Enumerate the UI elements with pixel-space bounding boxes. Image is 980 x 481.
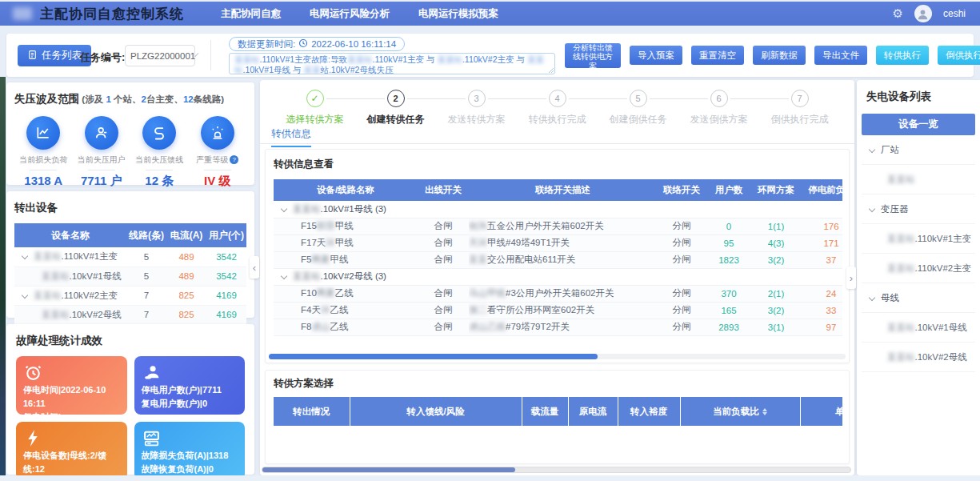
step-circle: 7	[791, 90, 809, 107]
table-row[interactable]: F17天河甲线合闸天河甲线#49塔49T1开关分闸954(3)171未执行F7天…	[274, 234, 842, 251]
task-no-select[interactable]: PLZG22000001	[125, 45, 195, 66]
group-cell: 某某站.10kV#2母线 (3)	[274, 268, 842, 285]
chevron-down-icon[interactable]	[869, 146, 875, 152]
tie-switch-desc-cell: 天河甲线#49塔49T1开关	[469, 234, 657, 251]
device-overview-header: 设备一览	[862, 114, 975, 135]
pre-outage-load-cell: 33	[801, 302, 842, 319]
table-row[interactable]: F15联营甲线合闸创兴五金公用户外开关箱602开关分闸01(1)176未执行F1…	[274, 218, 842, 234]
scrollbar-thumb[interactable]	[269, 354, 598, 359]
group-row[interactable]: 某某站.10kV#1母线 (3)	[274, 201, 842, 218]
user-avatar[interactable]	[914, 5, 932, 22]
redacted-text: 某某站	[42, 310, 70, 319]
page-horizontal-scrollbar[interactable]	[262, 467, 851, 473]
tree-group[interactable]: 厂站	[862, 135, 975, 165]
table-row[interactable]: 某某站.110kV#1主变54893542	[14, 247, 246, 267]
table-row[interactable]: F10网夏乙线合闸马山甲线#3公用户外开关箱602开关分闸3702(1)24未执…	[274, 285, 842, 302]
step-5[interactable]: 5创建倒供任务	[598, 90, 678, 126]
user-icon	[85, 116, 118, 150]
chevron-down-icon[interactable]	[281, 273, 287, 279]
info-col-header: 停电前负荷	[801, 179, 842, 201]
tree-item[interactable]: 某某站	[862, 165, 975, 194]
tree-item[interactable]: 某某站.110kV#2主变	[862, 254, 975, 283]
tree-item[interactable]: 某某站.10kV#2母线	[862, 343, 975, 372]
step-3[interactable]: 3发送转供方案	[436, 90, 517, 126]
fault-stats-card: 故障处理统计成效 停电时间|2022-06-10 16:11复电时间|停电用户数…	[6, 324, 254, 475]
plan-col-header: 载流量	[522, 397, 568, 426]
nav-item-1[interactable]: 主配协同自愈	[221, 7, 281, 21]
pre-outage-load-cell: 24	[801, 285, 842, 302]
text-segment: 12	[183, 94, 194, 104]
table-row[interactable]: 某某站.10kV#1母线54893542	[14, 267, 246, 286]
tree-group[interactable]: 母线	[862, 283, 975, 313]
fault-stats-title: 故障处理统计成效	[16, 335, 102, 347]
plan-col-header[interactable]: 单条线转后负载比	[800, 397, 842, 426]
toolbar-cyan-button-1[interactable]: 转供执行	[876, 46, 929, 65]
pre-outage-load-cell: 37	[801, 251, 842, 268]
toolbar-button-5[interactable]: 导出文件	[814, 46, 867, 65]
text-segment: F17天	[301, 238, 326, 247]
table-row[interactable]: 某某站.110kV#2主变78254169	[14, 286, 246, 305]
toolbar-button-2[interactable]: 导入预案	[630, 46, 682, 65]
tab-bar: 转供信息	[260, 126, 854, 144]
resize-handle-icon[interactable]	[548, 67, 554, 73]
tree-item[interactable]: 某某站.110kV#1主变	[862, 224, 975, 254]
step-2[interactable]: 2创建转供任务	[355, 90, 436, 126]
chevron-down-icon[interactable]	[869, 205, 875, 211]
redacted-text: 某某站	[293, 204, 321, 214]
current-cell: 489	[166, 247, 206, 267]
redacted-text: 河	[326, 238, 335, 247]
scrollbar-thumb[interactable]	[262, 467, 515, 472]
toolbar-button-3[interactable]: 重置清空	[691, 46, 744, 65]
tie-switch-cell: 分闸	[657, 302, 706, 319]
tree-item[interactable]: 某某站.10kV#1母线	[862, 313, 975, 343]
tab-transfer-info[interactable]: 转供信息	[271, 127, 311, 147]
step-6[interactable]: 6发送倒供方案	[678, 90, 759, 126]
toolbar-cyan-button-2[interactable]: 倒供执行	[938, 46, 980, 65]
help-icon[interactable]: ?	[230, 155, 238, 164]
redacted-text: 某某站	[887, 263, 915, 275]
pre-outage-load-cell: 176	[801, 218, 842, 234]
table-row[interactable]: F4天河乙线合闸第二看守所公用环网室602开关分闸1653(2)33未执行F8看…	[274, 302, 842, 319]
transfer-info-table: 设备/线路名称出线开关联络开关描述联络开关用户数环网方案停电前负荷执行状态转入馈…	[274, 179, 842, 336]
collapse-left-panel-handle[interactable]: ‹	[250, 256, 259, 279]
plan-col-header: 原电流	[568, 397, 618, 426]
device-tree: 厂站某某站变压器某某站.110kV#1主变某某站.110kV#2主变母线某某站.…	[862, 135, 975, 372]
plan-col-header: 转入馈线/风险	[350, 397, 522, 426]
tree-group[interactable]: 变压器	[862, 194, 975, 224]
task-list-label: 任务列表	[42, 49, 82, 62]
step-7[interactable]: 7倒供执行完成	[759, 90, 840, 126]
impact-stat-value: 1318 A	[14, 174, 73, 187]
toolbar-button-1[interactable]: 分析转出馈线转供电方案	[565, 43, 621, 68]
chevron-down-icon[interactable]	[22, 253, 28, 259]
redacted-text: 某某站	[34, 291, 62, 300]
plan-col-header[interactable]: 当前负载比	[680, 397, 800, 426]
text-segment: #3公用户外开关箱602开关	[506, 288, 614, 298]
collapse-right-panel-handle[interactable]: ›	[846, 267, 856, 289]
table-row[interactable]: 某某站.10kV#2母线78254169	[14, 305, 246, 324]
toolbar-buttons: 分析转出馈线转供电方案导入预案重置清空刷新数据导出文件转供执行倒供执行图形分析	[565, 34, 980, 77]
nav-item-3[interactable]: 电网运行模拟预案	[418, 7, 498, 21]
fault-description-textarea[interactable]: 某某站.110kV#1主变故障:导致某某站.110kV#1主变 与 某某站.11…	[229, 53, 555, 74]
chevron-down-icon[interactable]	[869, 294, 875, 300]
step-4[interactable]: 4转供执行完成	[517, 90, 598, 126]
settings-gear-icon[interactable]: ⚙	[893, 6, 903, 21]
group-row[interactable]: 某某站.10kV#2母线 (3)	[274, 268, 842, 285]
step-label: 创建转供任务	[355, 113, 436, 126]
table-row[interactable]: F8虎山乙线合闸虎山乙线#79塔79T2开关分闸28933(1)97未执行F5和…	[274, 319, 842, 335]
step-1[interactable]: ✓选择转供方案	[274, 90, 355, 126]
impact-stat-value: IV 级	[189, 174, 247, 189]
tie-switch-cell: 分闸	[657, 234, 706, 251]
toolbar-button-4[interactable]: 刷新数据	[753, 46, 806, 65]
impact-stat: 严重等级?IV 级	[189, 116, 247, 189]
table-row[interactable]: F5网夏甲线合闸某某交公用配电站611开关分闸18233(2)37未执行F16马	[274, 251, 842, 268]
chevron-down-icon[interactable]	[281, 206, 287, 212]
chevron-down-icon[interactable]	[22, 291, 28, 298]
users-cell: 4169	[206, 286, 246, 305]
transfer-info-table-wrap: 设备/线路名称出线开关联络开关描述联络开关用户数环网方案停电前负荷执行状态转入馈…	[274, 179, 842, 336]
chevron-down-icon	[195, 53, 199, 57]
nav-item-2[interactable]: 电网运行风险分析	[310, 7, 390, 21]
info-horizontal-scrollbar[interactable]	[269, 354, 846, 359]
sort-icon[interactable]	[762, 408, 767, 415]
text-segment: 甲线	[335, 238, 354, 247]
redacted-text: 某某站	[347, 54, 373, 64]
